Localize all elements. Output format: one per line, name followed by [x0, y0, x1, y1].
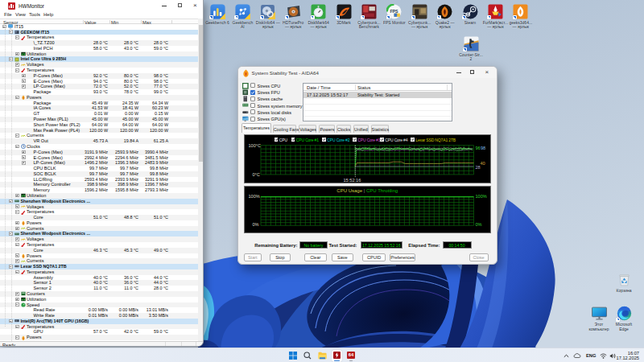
svg-text:FPS: FPS	[390, 9, 399, 14]
